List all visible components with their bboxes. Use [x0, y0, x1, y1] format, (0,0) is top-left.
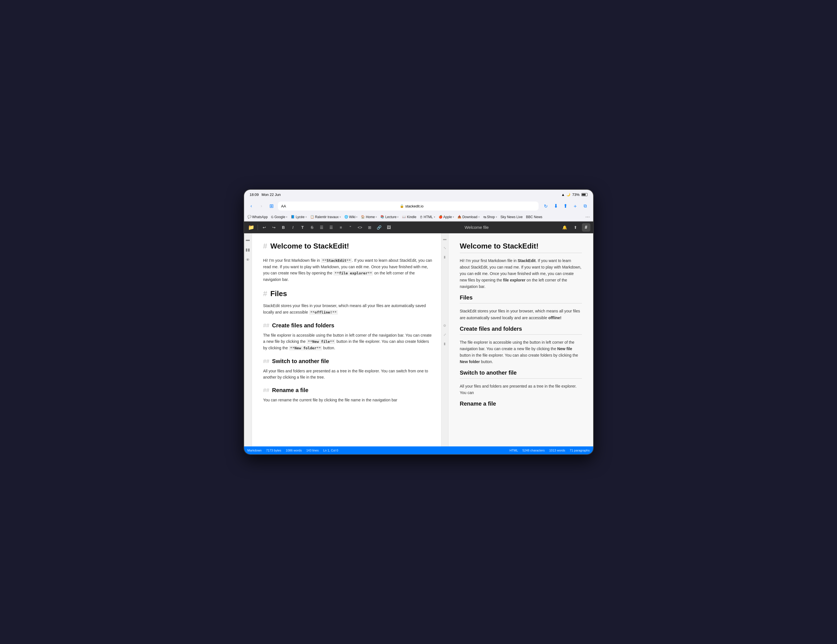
preview-rename-section: Rename a file — [460, 400, 582, 407]
bookmarks-button[interactable]: ⊞ — [268, 202, 276, 210]
heading-button[interactable]: T — [299, 223, 307, 232]
editor-files-section: # Files StackEdit stores your files in y… — [263, 289, 433, 315]
nav-actions: ⬇ ⬆ ＋ ⧉ — [552, 202, 590, 211]
italic-button[interactable]: I — [289, 223, 297, 232]
status-bar-left: 18:09 Mon 22 Jun — [250, 193, 281, 197]
address-bar[interactable]: AA 🔒 stackedit.io — [278, 202, 538, 211]
expand-icon[interactable]: ⤡ — [442, 245, 448, 251]
preview-intro: Hi! I'm your first Markdown file in Stac… — [460, 257, 582, 290]
preview-rename-h2: Rename a file — [460, 400, 582, 407]
preview-view-icon[interactable]: 👁 — [245, 256, 251, 263]
whatsapp-icon: 💬 — [248, 215, 251, 219]
checklist-button[interactable]: ≡ — [337, 223, 345, 232]
editor-view-icon[interactable]: ▬ — [245, 236, 251, 243]
reload-button[interactable]: ↻ — [542, 202, 550, 210]
editor-intro: Hi! I'm your first Markdown file in **St… — [263, 257, 433, 283]
download-button[interactable]: ⬇ — [552, 202, 560, 210]
forward-button[interactable]: › — [258, 202, 266, 210]
lycee-icon: 📘 — [291, 215, 295, 219]
bookmark-home[interactable]: 🏠 Home ▾ — [361, 215, 377, 219]
lock-icon: 🔒 — [400, 204, 404, 208]
editor-switch-h2: ## Switch to another file — [263, 358, 433, 364]
preview-words: 1013 words — [549, 449, 565, 452]
redo-button[interactable]: ↪ — [270, 223, 278, 232]
layout-icon[interactable]: ▬ — [442, 236, 448, 242]
editor-files-h1: # Files — [263, 289, 433, 298]
bookmark-google[interactable]: G Google ▾ — [271, 215, 287, 219]
editor-h1-section: # Welcome to StackEdit! — [263, 242, 433, 251]
bookmark-label: Download — [462, 215, 477, 219]
status-bar-right: ▲ 🌙 73% — [561, 193, 588, 197]
bookmark-ralentir[interactable]: 📋 Ralentir travaux ▾ — [310, 215, 341, 219]
bookmark-label: Home — [366, 215, 375, 219]
preview-side-icons: ▬ ⤡ ▮ ⚙ ⤢ ▮ — [441, 233, 449, 446]
editor-rename-h2-text: Rename a file — [272, 387, 308, 393]
bookmark-bbc[interactable]: BBC News — [526, 215, 542, 219]
resize-icon[interactable]: ⤢ — [442, 332, 448, 338]
stackedit-code: **StackEdit** — [321, 258, 352, 263]
new-tab-button[interactable]: ＋ — [571, 202, 579, 210]
status-bar: 18:09 Mon 22 Jun ▲ 🌙 73% — [244, 190, 593, 199]
split-view-icon[interactable]: ▮▮ — [245, 246, 251, 253]
bookmark-label: HTML — [424, 215, 433, 219]
unordered-list-button[interactable]: ☰ — [318, 223, 326, 232]
bookmark-label: Kindle — [407, 215, 416, 219]
bookmark-lecture[interactable]: 📚 Lecture ▾ — [380, 215, 399, 219]
publish-button[interactable]: ⬆ — [571, 223, 580, 232]
bookmark-html[interactable]: 🗒 HTML ▾ — [420, 215, 435, 219]
wifi-icon: ▲ — [561, 193, 565, 197]
chevron-icon: ▾ — [397, 216, 399, 218]
bookmark-label: BBC News — [526, 215, 542, 219]
settings-icon[interactable]: ⚙ — [442, 323, 448, 328]
back-button[interactable]: ‹ — [248, 202, 255, 210]
bookmark-wiki[interactable]: 🌐 Wiki ▾ — [344, 215, 358, 219]
ordered-list-button[interactable]: ☰ — [327, 223, 336, 232]
chevron-icon: ▾ — [340, 216, 341, 218]
apple-icon: 🍎 — [439, 215, 443, 219]
wiki-icon: 🌐 — [344, 215, 348, 219]
editor-create-section: ## Create files and folders The file exp… — [263, 322, 433, 351]
editor-switch-section: ## Switch to another file All your files… — [263, 358, 433, 380]
share-button[interactable]: ⬆ — [562, 202, 569, 210]
tabs-grid-button[interactable]: ⧉ — [581, 202, 590, 211]
newfile-bold: New file — [557, 346, 572, 351]
preview-create-section: Create files and folders The file explor… — [460, 326, 582, 365]
bookmark-lycee[interactable]: 📘 Lycée ▾ — [291, 215, 307, 219]
strikethrough-button[interactable]: S — [308, 223, 317, 232]
image-button[interactable]: 🖼 — [384, 223, 393, 232]
moon-icon: 🌙 — [566, 193, 570, 197]
preview-files-hr — [460, 303, 582, 303]
editor-scroll[interactable]: # Welcome to StackEdit! Hi! I'm your fir… — [252, 233, 441, 446]
hashtag-button[interactable]: # — [582, 223, 590, 232]
preview-h1-section: Welcome to StackEdit! — [460, 242, 582, 253]
chevron-icon: ▾ — [453, 216, 454, 218]
editor-format: Markdown — [248, 449, 262, 452]
bookmark-skynews[interactable]: Sky News Live — [501, 215, 523, 219]
editor-files-h1-text: Files — [270, 289, 287, 298]
folder-button[interactable]: 📁 — [247, 223, 255, 232]
bookmark-kindle[interactable]: 📖 Kindle — [402, 215, 416, 219]
bookmark-whatsapp[interactable]: 💬 WhatsApp — [248, 215, 268, 219]
view-icon[interactable]: ▮ — [442, 341, 448, 346]
bookmark-shop[interactable]: 🛍 Shop ▾ — [483, 215, 497, 219]
stackedit-bold: StackEdit — [518, 258, 536, 263]
bold-button[interactable]: B — [279, 223, 288, 232]
code-button[interactable]: <> — [356, 223, 364, 232]
editor-words: 1086 words — [286, 449, 302, 452]
panel-icon[interactable]: ▮ — [442, 254, 448, 260]
chevron-icon: ▾ — [305, 216, 307, 218]
sync-button[interactable]: 🔔 — [561, 223, 569, 232]
main-content: ▬ ▮▮ 👁 # Welcome to StackEdit! Hi! I'm y… — [244, 233, 593, 446]
blockquote-button[interactable]: " — [346, 223, 355, 232]
more-bookmarks-button[interactable]: ⋯ — [585, 214, 590, 220]
chevron-icon: ▾ — [356, 216, 358, 218]
browser-nav: ‹ › ⊞ AA 🔒 stackedit.io ↻ ⬇ ⬆ ＋ ⧉ — [244, 199, 593, 213]
editor-intro-section: Hi! I'm your first Markdown file in **St… — [263, 257, 433, 283]
link-button[interactable]: 🔗 — [375, 223, 384, 232]
bookmark-download[interactable]: 📥 Download ▾ — [458, 215, 479, 219]
undo-button[interactable]: ↩ — [260, 223, 269, 232]
preview-switch-hr — [460, 378, 582, 379]
bookmark-apple[interactable]: 🍎 Apple ▾ — [439, 215, 455, 219]
table-button[interactable]: ⊞ — [366, 223, 374, 232]
kindle-icon: 📖 — [402, 215, 406, 219]
